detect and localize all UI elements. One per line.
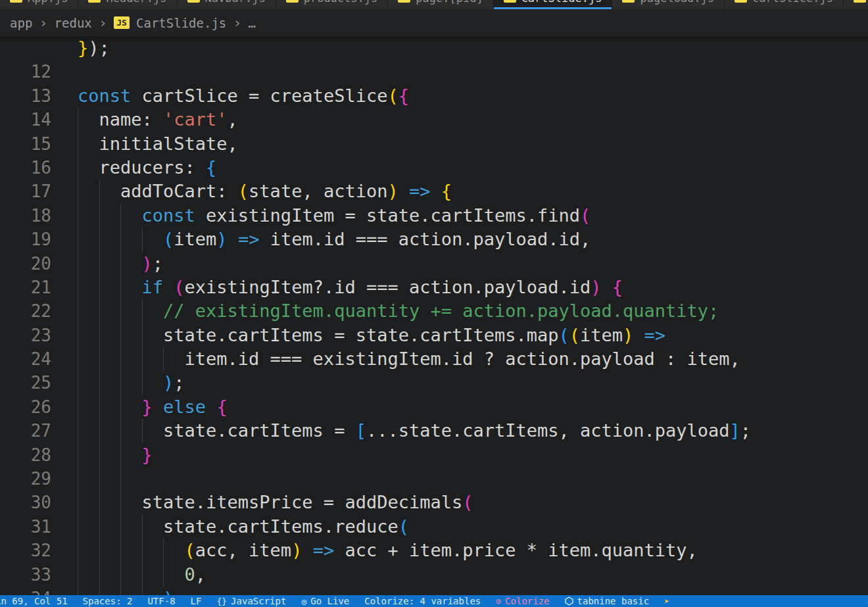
- tab-navbar-js[interactable]: JSNavbar.js: [178, 0, 276, 9]
- line-number: 19: [0, 228, 51, 251]
- indent-guide: [99, 299, 100, 323]
- breadcrumb-file[interactable]: CartSlide.js: [136, 16, 226, 30]
- tab-cartslide-js[interactable]: JSCartSlide.js: [494, 0, 612, 9]
- indent-guide: [142, 515, 143, 539]
- status-item-cursor-position[interactable]: Ln 69, Col 51: [0, 596, 68, 606]
- status-item-indentation[interactable]: Spaces: 2: [83, 596, 133, 606]
- status-item-tabnine[interactable]: tabnine basic: [565, 596, 650, 606]
- javascript-file-icon: JS: [286, 0, 299, 3]
- code-line[interactable]: 23 state.cartItems = state.cartItems.map…: [0, 324, 868, 347]
- indent-guide: [120, 419, 121, 443]
- code-editor[interactable]: });1213const cartSlice = createSlice({14…: [0, 36, 868, 607]
- javascript-file-icon: JS: [10, 0, 22, 3]
- code-line[interactable]: });: [0, 36, 868, 60]
- code-line[interactable]: 29: [0, 467, 868, 491]
- editor-tab-bar: JSApp.jsJSHeader.jsJSNavbar.jsJSproducts…: [0, 0, 868, 9]
- indent-guide: [120, 276, 121, 299]
- tab-products-js[interactable]: JSproducts.js: [276, 0, 388, 9]
- javascript-file-icon: JS: [398, 0, 410, 3]
- code-line[interactable]: 13const cartSlice = createSlice({: [0, 84, 868, 108]
- code-line[interactable]: 17 addToCart: (state, action) => {: [0, 180, 868, 203]
- status-item-encoding[interactable]: UTF-8: [147, 596, 175, 606]
- bolt-indicator-icon: ➤: [664, 596, 669, 606]
- status-item-language-mode[interactable]: {}JavaScript: [216, 596, 286, 606]
- tab-cartslice-js[interactable]: JScartSlice.js: [725, 0, 843, 9]
- code-line[interactable]: 22 // existingItem.quantity += action.pa…: [0, 299, 868, 323]
- javascript-file-icon: JS: [88, 0, 101, 3]
- code-line[interactable]: 12: [0, 60, 868, 84]
- status-label: tabnine basic: [577, 596, 650, 606]
- tab-store-js[interactable]: JSstore.js: [844, 0, 868, 9]
- indent-guide: [99, 563, 100, 587]
- indent-guide: [120, 252, 121, 276]
- code-line[interactable]: 20 );: [0, 252, 868, 276]
- code-line[interactable]: 19 (item) => item.id === action.payload.…: [0, 228, 868, 251]
- line-number: 17: [0, 180, 51, 203]
- javascript-file-icon: JS: [854, 0, 866, 3]
- indent-guide: [99, 491, 100, 514]
- breadcrumb-symbol-more[interactable]: …: [249, 16, 257, 30]
- indent-guide: [78, 371, 78, 395]
- line-number: 28: [0, 443, 51, 467]
- status-label: LF: [191, 596, 202, 606]
- indent-guide: [120, 395, 121, 419]
- status-item-colorize-toggle[interactable]: ⊘Colorize: [496, 596, 549, 606]
- code-text: (item) => item.id === action.payload.id,: [78, 228, 591, 251]
- indent-guide: [99, 276, 100, 299]
- status-item-go-live[interactable]: ◎Go Live: [301, 596, 349, 606]
- line-number: 29: [0, 467, 51, 491]
- code-line[interactable]: 24 item.id === existingItem.id ? action.…: [0, 347, 868, 371]
- status-item-colorize-variables[interactable]: Colorize: 4 variables: [364, 596, 481, 606]
- code-line[interactable]: 30 state.itemsPrice = addDecimals(: [0, 491, 868, 514]
- tab-header-js[interactable]: JSHeader.js: [78, 0, 176, 9]
- line-number: 31: [0, 515, 51, 539]
- tab-page-pid-[interactable]: JSpage.[pid]: [388, 0, 493, 9]
- tab-app-js[interactable]: JSApp.js: [0, 0, 78, 9]
- indent-guide: [142, 299, 143, 323]
- indent-guide: [99, 371, 100, 395]
- indent-guide: [78, 491, 78, 514]
- code-text: (acc, item) => acc + item.price * item.q…: [78, 539, 698, 562]
- code-line[interactable]: 18 const existingItem = state.cartItems.…: [0, 204, 868, 228]
- status-item-eol[interactable]: LF: [191, 596, 202, 606]
- code-line[interactable]: 14 name: 'cart',: [0, 108, 868, 132]
- line-number: 21: [0, 276, 51, 299]
- code-text: addToCart: (state, action) => {: [78, 180, 452, 203]
- code-line[interactable]: 21 if (existingItem?.id === action.paylo…: [0, 276, 868, 299]
- tab-label: App.js: [28, 0, 68, 5]
- code-line[interactable]: 28 }: [0, 443, 868, 467]
- status-label: Colorize: [505, 596, 549, 606]
- indent-guide: [99, 347, 100, 371]
- line-number: [0, 36, 51, 60]
- code-line[interactable]: 25 );: [0, 371, 868, 395]
- indent-guide: [120, 228, 121, 251]
- indent-guide: [99, 419, 100, 443]
- code-text: state.cartItems = [...state.cartItems, a…: [78, 419, 751, 443]
- tab-label: pageload.js: [640, 0, 714, 5]
- line-number: 24: [0, 347, 51, 371]
- code-text: state.cartItems.reduce(: [78, 515, 409, 539]
- code-text: 0,: [78, 563, 206, 587]
- status-item-bolt-indicator[interactable]: ➤: [664, 596, 669, 606]
- status-label: Ln 69, Col 51: [0, 596, 68, 606]
- breadcrumb-folder-app[interactable]: app: [10, 16, 32, 30]
- line-number: 26: [0, 395, 51, 419]
- tab-label: CartSlide.js: [521, 0, 602, 5]
- code-text: } else {: [78, 395, 228, 419]
- code-line[interactable]: 27 state.cartItems = [...state.cartItems…: [0, 419, 868, 443]
- code-line[interactable]: 16 reducers: {: [0, 156, 868, 180]
- code-line[interactable]: 33 0,: [0, 563, 868, 587]
- code-line[interactable]: 26 } else {: [0, 395, 868, 419]
- status-bar: Ln 69, Col 51Spaces: 2UTF-8LF{}JavaScrip…: [0, 595, 868, 607]
- indent-guide: [120, 467, 121, 491]
- line-number: 27: [0, 419, 51, 443]
- line-number: 20: [0, 252, 51, 276]
- code-text: );: [78, 371, 185, 395]
- code-line[interactable]: 31 state.cartItems.reduce(: [0, 515, 868, 539]
- code-line[interactable]: 32 (acc, item) => acc + item.price * ite…: [0, 539, 868, 562]
- breadcrumb-folder-redux[interactable]: redux: [55, 16, 92, 30]
- line-number: 33: [0, 563, 51, 587]
- code-line[interactable]: 15 initialState,: [0, 132, 868, 156]
- tab-pageload-js[interactable]: JSpageload.js: [612, 0, 724, 9]
- indent-guide: [142, 347, 143, 371]
